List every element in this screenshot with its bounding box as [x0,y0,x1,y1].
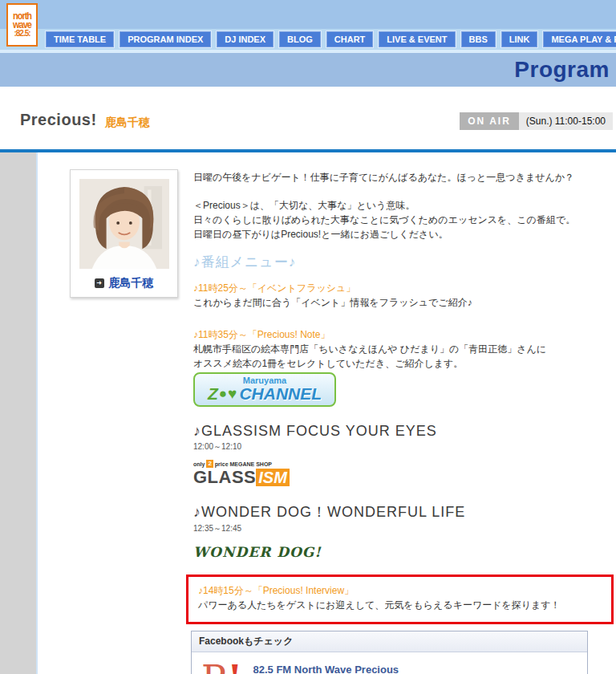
facebook-box: Facebookもチェック P ! 82.5 FM North Wave Pre… [191,631,588,674]
program-band: Program [0,53,616,87]
segment-2-desc-2: オススメ絵本の1冊をセレクトしていただき、ご紹介します。 [193,356,614,371]
glassism-glass-word: GLASS [193,469,256,486]
intro-line-1: 日曜の午後をナビゲート！仕事に子育てにがんばるあなた。ほっと一息つきませんか？ [193,170,614,185]
nav-item-link[interactable]: LINK [500,30,539,48]
arrow-icon: ➜ [95,278,104,288]
nav-item-timetable[interactable]: TIME TABLE [45,30,115,48]
program-menu-title: ♪番組メニュー♪ [193,253,614,271]
zoo-channel-logo[interactable]: Maruyama Z ● ♥ CHANNEL [193,372,336,407]
zoo-channel-word: CHANNEL [239,385,322,402]
show-title: Precious! [20,111,97,129]
glassism-logo[interactable]: only 2 price MEGANE SHOP GLASS ISM [193,460,290,486]
nav-item-live-event[interactable]: LIVE & EVENT [378,30,456,48]
wonderdog-corner-time: 12:35～12:45 [193,523,614,534]
nav-item-chart[interactable]: CHART [326,30,375,48]
dj-name-header: 鹿島千穂 [105,116,150,130]
interview-heading: ♪14時15分～「Precious! Interview」 [198,583,602,598]
facebook-page-link[interactable]: 82.5 FM North Wave Precious [253,664,399,674]
main-nav: TIME TABLE PROGRAM INDEX DJ INDEX BLOG C… [0,29,616,50]
zoo-o-circle-icon: ● [219,387,227,400]
glassism-ism-word: ISM [256,469,290,486]
dj-profile-card: ➜ 鹿島千穂 [70,169,178,298]
intro-line-4: 日曜日の昼下がりはPrecious!と一緒にお過ごしください。 [193,227,614,242]
show-title-row: Precious! 鹿島千穂 ON AIR (Sun.) 11:00-15:00 [0,87,616,149]
onair-badge: ON AIR [460,112,519,130]
glassism-corner-time: 12:00～12:10 [193,441,614,453]
main-content: ➜ 鹿島千穂 日曜の午後をナビゲート！仕事に子育てにがんばるあなた。ほっと一息つ… [38,152,616,674]
site-header: TIME TABLE PROGRAM INDEX DJ INDEX BLOG C… [0,0,616,87]
p-logo-exclamation: ! [228,660,242,674]
interview-desc: パワーある人たちをゲストにお迎えして、元気をもらえるキーワードを探ります！ [198,598,602,612]
intro-line-2: ＜Precious＞は、「大切な、大事な」という意味。 [193,198,614,213]
segment-2-desc-1: 札幌市手稲区の絵本専門店「ちいさなえほんや ひだまり」の「青田正徳」さんに [193,342,614,356]
segment-2-heading: ♪11時35分～「Precious! Note」 [193,327,614,342]
page: TIME TABLE PROGRAM INDEX DJ INDEX BLOG C… [0,0,616,674]
onair-time: (Sun.) 11:00-15:00 [519,112,613,130]
body: ➜ 鹿島千穂 日曜の午後をナビゲート！仕事に子育てにがんばるあなた。ほっと一息つ… [0,152,616,674]
intro-line-3: 日々のくらしに散りばめられた大事なことに気づくためのエッセンスを、この番組で。 [193,213,614,227]
left-sidebar-rail [0,152,38,674]
dj-photo [79,178,169,270]
nav-item-dj-index[interactable]: DJ INDEX [216,30,274,48]
precious-p-logo[interactable]: P ! [201,660,242,674]
zoo-z-letter: Z [208,385,218,402]
segment-1-heading: ♪11時25分～「イベントフラッシュ」 [193,281,614,295]
highlighted-segment-box: ♪14時15分～「Precious! Interview」 パワーある人たちをゲ… [186,575,614,624]
page-title: Program [514,57,610,83]
northwave-logo[interactable]: north wave :82.5: [6,3,38,47]
zoo-o-heart-icon: ♥ [228,386,237,401]
glassism-tagline-post: price MEGANE SHOP [215,461,272,467]
wonderdog-logo[interactable]: WONDER DOG! [193,544,322,560]
nav-item-blog[interactable]: BLOG [278,30,322,48]
dj-name-row: ➜ 鹿島千穂 [95,276,154,290]
glassism-tagline-pre: only [193,461,205,467]
glassism-corner-heading: ♪GLASSISM FOCUS YOUR EYES [193,423,614,440]
nav-item-program-index[interactable]: PROGRAM INDEX [119,30,212,48]
wonderdog-corner-heading: ♪WONDER DOG！WONDERFUL LIFE [193,502,614,522]
nav-item-megaplay-powerpush[interactable]: MEGA PLAY & POWER PUSH [542,30,616,48]
facebook-box-title: Facebookもチェック [192,631,587,652]
logo-line3: :82.5: [14,30,30,39]
header-top-band [0,0,616,29]
segment-1-desc: これからまだ間に合う「イベント」情報をフラッシュでご紹介♪ [193,295,614,310]
dj-profile-link[interactable]: 鹿島千穂 [109,276,154,290]
nav-item-bbs[interactable]: BBS [460,30,496,48]
p-logo-letter: P [201,660,226,674]
onair-info: ON AIR (Sun.) 11:00-15:00 [460,112,613,130]
